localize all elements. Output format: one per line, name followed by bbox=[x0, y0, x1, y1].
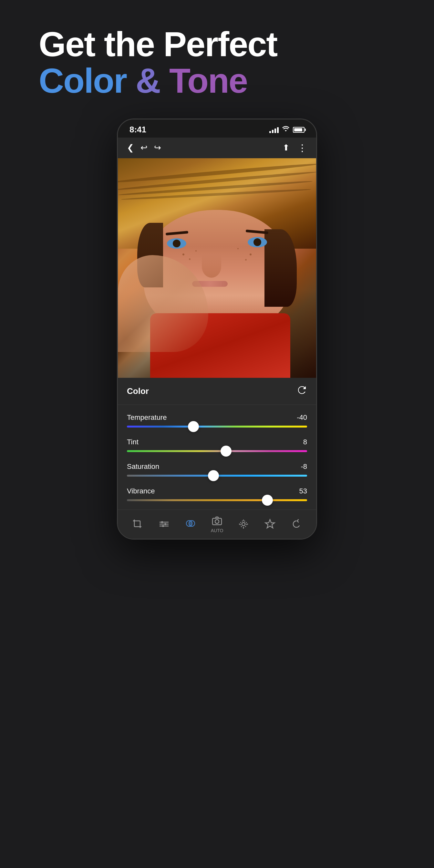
headline-color-text: Color bbox=[39, 61, 127, 100]
phone-mockup: 8:41 bbox=[117, 119, 317, 539]
tint-track[interactable] bbox=[127, 450, 307, 452]
status-bar: 8:41 bbox=[118, 120, 316, 137]
app-toolbar bbox=[118, 137, 316, 158]
svg-point-12 bbox=[242, 523, 245, 526]
nav-reset-button[interactable] bbox=[285, 518, 308, 530]
vibrance-label: Vibrance bbox=[127, 487, 155, 495]
temperature-thumb[interactable] bbox=[188, 421, 199, 432]
more-button[interactable] bbox=[298, 142, 307, 153]
svg-point-11 bbox=[215, 520, 219, 523]
nav-crop-button[interactable] bbox=[126, 518, 149, 530]
back-button[interactable] bbox=[127, 143, 134, 153]
tint-value: 8 bbox=[303, 438, 307, 446]
signal-icon bbox=[269, 127, 279, 133]
svg-marker-18 bbox=[266, 520, 275, 528]
headline-amp-text: & bbox=[127, 61, 169, 100]
nav-camera-button[interactable]: AUTO bbox=[206, 515, 228, 533]
svg-point-5 bbox=[161, 521, 163, 523]
temperature-slider-row: Temperature -40 bbox=[118, 408, 316, 433]
headline-section: Get the Perfect Color & Tone bbox=[39, 26, 290, 99]
temperature-label: Temperature bbox=[127, 413, 167, 422]
svg-point-7 bbox=[162, 525, 164, 527]
temperature-track[interactable] bbox=[127, 426, 307, 428]
photo-preview bbox=[118, 158, 316, 378]
headline-tone-text: Tone bbox=[169, 61, 247, 100]
color-reset-button[interactable] bbox=[297, 385, 307, 398]
sliders-list: Temperature -40 Tint 8 bbox=[118, 405, 316, 509]
toolbar-right bbox=[283, 142, 307, 153]
saturation-slider-row: Saturation -8 bbox=[118, 457, 316, 482]
tint-label: Tint bbox=[127, 438, 138, 446]
panel-title: Color bbox=[127, 386, 149, 396]
vibrance-thumb[interactable] bbox=[262, 495, 273, 506]
sliders-panel: Color Temperature -40 bbox=[118, 378, 316, 509]
redo-button[interactable] bbox=[154, 143, 161, 153]
nav-blend-button[interactable] bbox=[179, 518, 202, 531]
svg-point-13 bbox=[240, 521, 247, 527]
panel-header: Color bbox=[118, 378, 316, 405]
battery-icon bbox=[293, 127, 305, 133]
status-time: 8:41 bbox=[129, 125, 146, 135]
headline-line1: Get the Perfect bbox=[39, 26, 290, 62]
nav-filters-button[interactable] bbox=[232, 518, 255, 530]
toolbar-left bbox=[127, 143, 161, 153]
saturation-label: Saturation bbox=[127, 462, 159, 471]
saturation-value: -8 bbox=[301, 462, 307, 471]
vibrance-slider-row: Vibrance 53 bbox=[118, 482, 316, 506]
share-button[interactable] bbox=[283, 143, 290, 153]
temperature-value: -40 bbox=[297, 413, 307, 422]
svg-point-6 bbox=[164, 523, 166, 525]
vibrance-track[interactable] bbox=[127, 499, 307, 501]
wifi-icon bbox=[282, 126, 290, 134]
tint-thumb[interactable] bbox=[221, 445, 231, 457]
nav-camera-label: AUTO bbox=[211, 528, 223, 533]
status-icons bbox=[269, 126, 305, 134]
page-container: Get the Perfect Color & Tone 8:41 bbox=[0, 26, 434, 539]
saturation-track[interactable] bbox=[127, 475, 307, 476]
bottom-nav: AUTO bbox=[118, 509, 316, 538]
vibrance-value: 53 bbox=[299, 487, 307, 495]
nav-adjust-button[interactable] bbox=[153, 518, 175, 530]
headline-line2: Color & Tone bbox=[39, 62, 290, 99]
saturation-thumb[interactable] bbox=[208, 470, 219, 481]
tint-slider-row: Tint 8 bbox=[118, 433, 316, 457]
undo-button[interactable] bbox=[141, 143, 148, 153]
nav-effects-button[interactable] bbox=[259, 518, 281, 530]
